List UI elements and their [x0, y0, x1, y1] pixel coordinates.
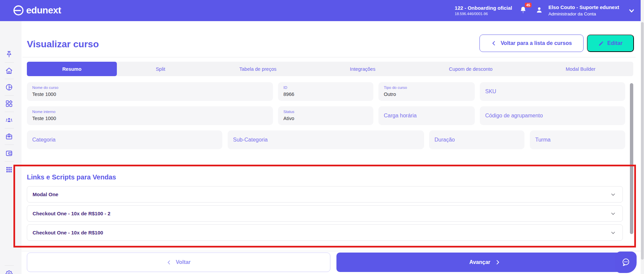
sidebar-divider [5, 161, 14, 162]
sales-section-title: Links e Scripts para Vendas [27, 173, 116, 181]
chevron-down-icon [610, 211, 616, 216]
user-avatar[interactable] [535, 6, 544, 16]
back-to-course-list-label: Voltar para a lista de cursos [501, 40, 572, 46]
course-tabs: Resumo Split Tabela de preços Integraçõe… [27, 62, 633, 76]
account-document: 18.596.446/0001-96 [455, 11, 512, 16]
field-categoria: Categoria [27, 130, 222, 149]
sidebar-divider [5, 112, 14, 112]
field-sku: SKU [480, 82, 625, 101]
top-navbar: edunext 122 - Onboarding oficial 18.596.… [0, 0, 644, 21]
user-name: Elso Couto - Suporte edunext [548, 4, 619, 10]
brand-logo[interactable]: edunext [13, 5, 61, 16]
chevron-down-icon [610, 192, 616, 197]
chevron-down-icon [610, 230, 616, 235]
pie-chart-icon[interactable] [5, 83, 13, 91]
sidebar-divider [5, 79, 14, 79]
sidebar-divider [5, 265, 14, 266]
field-sub-categoria: Sub-Categoria [228, 130, 424, 149]
field-placeholder: Código de agrupamento [485, 113, 543, 119]
header-divider [22, 57, 636, 57]
field-status: Status Ativo [278, 106, 373, 125]
person-icon [535, 6, 544, 14]
field-placeholder: Carga horária [384, 113, 417, 119]
footer-next-label: Avançar [469, 259, 491, 265]
apps-grid-icon[interactable] [5, 166, 13, 174]
dashboard-blocks-icon[interactable] [5, 100, 13, 108]
sidebar-divider [5, 62, 14, 63]
settings-gear-icon[interactable] [5, 270, 13, 274]
field-label: Nome do curso [32, 85, 268, 90]
sidebar-divider [5, 145, 14, 145]
field-label: Tipo do curso [384, 85, 469, 90]
page-title: Visualizar curso [27, 39, 99, 50]
header-right-cluster: 122 - Onboarding oficial 18.596.446/0001… [455, 0, 635, 21]
notifications-button[interactable]: 45 [519, 6, 527, 16]
field-turma: Turma [530, 130, 625, 149]
sidebar-divider [5, 95, 14, 96]
community-icon[interactable] [5, 116, 13, 124]
user-role: Administrador da Conta [548, 11, 619, 17]
field-value: Teste 1000 [32, 91, 268, 98]
edunext-logo-icon [13, 5, 24, 16]
app-screen: edunext 122 - Onboarding oficial 18.596.… [0, 0, 644, 274]
footer-divider [21, 251, 644, 251]
edit-button[interactable]: Editar [587, 35, 634, 52]
tab-tabela-de-precos[interactable]: Tabela de preços [204, 62, 312, 76]
field-label: ID [283, 85, 368, 90]
field-value: Ativo [283, 115, 368, 122]
tab-modal-builder[interactable]: Modal Builder [528, 62, 633, 76]
field-nome-do-curso: Nome do curso Teste 1000 [27, 82, 273, 101]
field-value: Teste 1000 [32, 115, 268, 122]
field-placeholder: Turma [535, 137, 551, 143]
field-placeholder: Sub-Categoria [233, 137, 268, 143]
chevron-left-icon [167, 260, 172, 265]
chat-bubble-icon [620, 257, 631, 268]
field-placeholder: SKU [485, 89, 496, 95]
tab-resumo[interactable]: Resumo [27, 62, 117, 76]
briefcase-icon[interactable] [5, 132, 13, 141]
field-placeholder: Categoria [32, 137, 55, 143]
chat-widget-button[interactable] [615, 252, 637, 273]
pin-icon[interactable] [5, 50, 13, 58]
footer-next-button[interactable]: Avançar [336, 253, 633, 272]
tab-split[interactable]: Split [117, 62, 204, 76]
footer-back-button[interactable]: Voltar [27, 253, 330, 272]
brand-name: edunext [26, 5, 61, 16]
home-icon[interactable] [5, 67, 13, 75]
field-value: 8966 [283, 91, 368, 98]
sidebar [0, 21, 21, 274]
window-scrollbar-thumb[interactable] [641, 22, 644, 260]
field-placeholder: Duração [434, 137, 455, 143]
accordion-label: Modal One [33, 191, 58, 197]
notification-badge: 45 [525, 3, 532, 7]
back-to-course-list-button[interactable]: Voltar para a lista de cursos [479, 35, 584, 52]
accordion-checkout-one-2[interactable]: Checkout One - 10x de R$100 - 2 [27, 205, 623, 222]
inner-scrollbar-thumb[interactable] [630, 83, 633, 234]
footer-back-label: Voltar [176, 259, 190, 265]
tab-integracoes[interactable]: Integrações [312, 62, 414, 76]
field-label: Status [283, 109, 368, 114]
field-value: Outro [384, 91, 469, 98]
field-tipo-do-curso: Tipo do curso Outro [378, 82, 475, 101]
pencil-icon [598, 41, 604, 46]
chevron-down-icon[interactable] [628, 7, 635, 14]
chevron-right-icon [495, 260, 500, 265]
field-label: Nome interno [32, 109, 268, 114]
accordion-label: Checkout One - 10x de R$100 - 2 [33, 211, 110, 216]
edit-button-label: Editar [607, 40, 623, 46]
field-nome-interno: Nome interno Teste 1000 [27, 106, 273, 125]
accordion-checkout-one[interactable]: Checkout One - 10x de R$100 [27, 224, 623, 241]
field-codigo-de-agrupamento: Código de agrupamento [480, 106, 625, 125]
accordion-modal-one[interactable]: Modal One [27, 186, 623, 203]
sidebar-divider [5, 128, 14, 128]
tab-cupom-de-desconto[interactable]: Cupom de desconto [414, 62, 528, 76]
chevron-left-icon [491, 41, 497, 46]
user-info[interactable]: Elso Couto - Suporte edunext Administrad… [548, 4, 619, 17]
field-duracao: Duração [429, 130, 524, 149]
accordion-label: Checkout One - 10x de R$100 [33, 230, 103, 235]
account-name: 122 - Onboarding oficial [455, 5, 512, 11]
account-info[interactable]: 122 - Onboarding oficial 18.596.446/0001… [455, 5, 512, 16]
wallet-icon[interactable] [5, 149, 13, 157]
field-carga-horaria: Carga horária [378, 106, 475, 125]
field-id: ID 8966 [278, 82, 373, 101]
